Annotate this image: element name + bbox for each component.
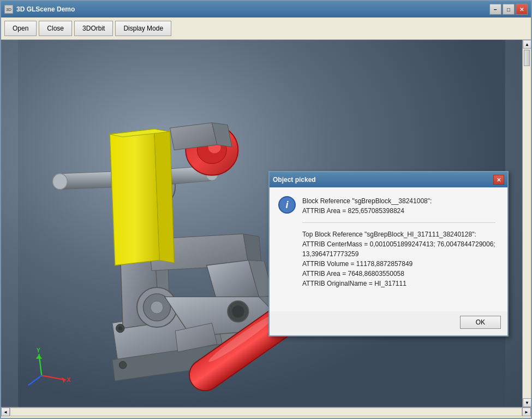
scroll-track-h[interactable] bbox=[10, 408, 522, 416]
dialog-close-button[interactable]: ✕ bbox=[493, 175, 504, 185]
svg-point-17 bbox=[118, 326, 122, 331]
title-bar: 3D 3D GLScene Demo − □ ✕ bbox=[1, 1, 531, 17]
dialog-section2: Top Block Reference "sgBrepBlock_HI_3171… bbox=[302, 229, 495, 288]
scroll-down-button[interactable]: ▼ bbox=[523, 398, 531, 407]
close-button[interactable]: Close bbox=[39, 21, 72, 36]
scroll-thumb-v[interactable] bbox=[524, 50, 530, 66]
dialog-separator bbox=[302, 222, 495, 223]
ok-button[interactable]: OK bbox=[460, 316, 501, 329]
svg-text:X: X bbox=[67, 376, 70, 383]
3dorbit-button[interactable]: 3DOrbit bbox=[74, 21, 113, 36]
bottom-area: ◄ ► bbox=[1, 407, 531, 418]
dialog-line4: ATTRIB CenterMass = 0,0010051899247413; … bbox=[302, 239, 495, 249]
svg-point-13 bbox=[151, 301, 163, 314]
svg-point-20 bbox=[119, 361, 126, 368]
dialog-line5: 13,3964717773259 bbox=[302, 249, 495, 259]
dialog-line3: Top Block Reference "sgBrepBlock_HI_3171… bbox=[302, 229, 495, 239]
dialog-line2: ATTRIB Area = 825,657085398824 bbox=[302, 206, 495, 216]
object-picked-dialog[interactable]: Object picked ✕ i Block Reference "sgBre… bbox=[268, 171, 509, 337]
dialog-info-row: i Block Reference "sgBrepBlock__38241008… bbox=[278, 196, 499, 294]
dialog-line6: ATTRIB Volume = 11178,8872857849 bbox=[302, 259, 495, 269]
main-area: X Y Object picked ✕ i bbox=[1, 40, 531, 407]
toolbar: Open Close 3DOrbit Display Mode bbox=[1, 17, 531, 40]
dialog-title-bar: Object picked ✕ bbox=[270, 172, 507, 187]
window-close-button[interactable]: ✕ bbox=[516, 4, 528, 15]
dialog-text-block: Block Reference "sgBrepBlock__38241008":… bbox=[302, 196, 495, 294]
svg-text:Y: Y bbox=[37, 347, 40, 353]
vertical-scrollbar: ▲ ▼ bbox=[522, 40, 531, 407]
dialog-content: i Block Reference "sgBrepBlock__38241008… bbox=[270, 187, 507, 311]
dialog-section1: Block Reference "sgBrepBlock__38241008":… bbox=[302, 196, 495, 216]
viewport[interactable]: X Y Object picked ✕ i bbox=[1, 40, 522, 407]
svg-marker-30 bbox=[110, 129, 159, 265]
dialog-line7: ATTRIB Area = 7648,86803550058 bbox=[302, 269, 495, 279]
scroll-left-button[interactable]: ◄ bbox=[1, 408, 10, 416]
dialog-title: Object picked bbox=[273, 176, 493, 184]
svg-point-25 bbox=[232, 305, 244, 318]
window-title: 3D GLScene Demo bbox=[16, 5, 489, 13]
display-mode-button[interactable]: Display Mode bbox=[115, 21, 171, 36]
scroll-track-v[interactable] bbox=[523, 49, 531, 398]
dialog-line1: Block Reference "sgBrepBlock__38241008": bbox=[302, 196, 495, 206]
info-icon: i bbox=[278, 196, 296, 214]
svg-point-27 bbox=[52, 174, 67, 190]
window-controls: − □ ✕ bbox=[489, 4, 528, 15]
maximize-button[interactable]: □ bbox=[503, 4, 515, 15]
scroll-right-button[interactable]: ► bbox=[522, 408, 531, 416]
main-window: 3D 3D GLScene Demo − □ ✕ Open Close 3DOr… bbox=[0, 0, 532, 419]
app-icon: 3D bbox=[4, 5, 13, 14]
open-button[interactable]: Open bbox=[4, 21, 37, 36]
scroll-up-button[interactable]: ▲ bbox=[523, 40, 531, 49]
minimize-button[interactable]: − bbox=[489, 4, 501, 15]
dialog-footer: OK bbox=[270, 311, 507, 335]
dialog-line8: ATTRIB OriginalName = HI_317111 bbox=[302, 279, 495, 288]
